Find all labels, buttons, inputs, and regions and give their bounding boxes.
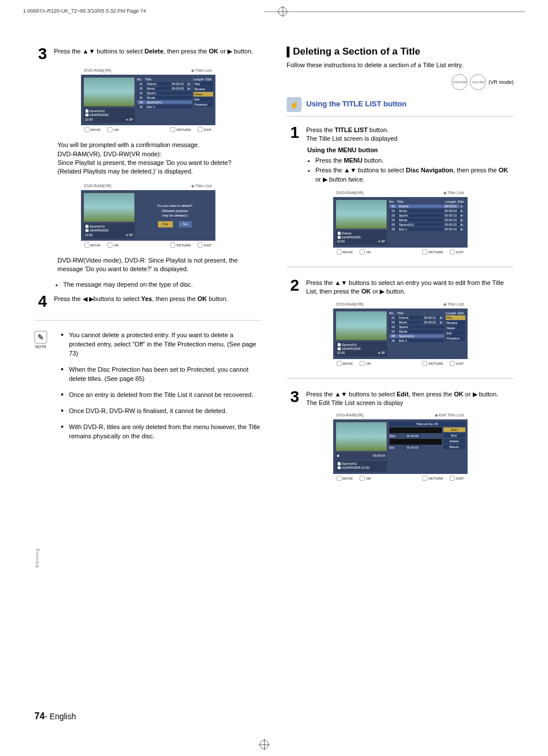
title-list-delete-screen: DVD-RAM(VR)◆ Title List 📄 Sports(A1) 🕐 1…	[81, 67, 215, 134]
preview-thumbnail	[83, 77, 135, 107]
right-column: Deleting a Section of a Title Follow the…	[287, 46, 514, 489]
section-heading: Deleting a Section of a Title	[287, 46, 514, 57]
right-step-1: 1 Press the TITLE LIST button. The Title…	[287, 125, 514, 143]
vr-mode-label: (VR mode)	[488, 79, 514, 85]
yes-button[interactable]: Yes	[158, 221, 173, 227]
subheading: Using the TITLE LIST button	[306, 99, 407, 108]
disc-type-note: The message may depend on the type of di…	[63, 280, 261, 290]
title-list-screen-1: DVD-RAM(VR)◆ Title List 📄 Drama 🕐 19/APR…	[333, 189, 468, 256]
note-icon: ✎NOTE	[34, 331, 47, 349]
registration-mark-icon	[278, 7, 287, 16]
registration-mark-bottom-icon	[260, 740, 269, 749]
step-number-3: 3	[34, 46, 51, 62]
note-list: You cannot delete a protected entry. If …	[61, 331, 261, 448]
using-menu-heading: Using the MENU button	[307, 146, 514, 153]
no-button[interactable]: No	[179, 221, 192, 227]
edit-title-list-screen: DVD-RAM(VR)◆ Edit Title List ▶00:00:00 📄…	[333, 411, 468, 482]
disc-mode-row: DVD-RAM DVD-RW (VR mode)	[287, 74, 514, 90]
right-step-3: 3 Press the ▲▼ buttons to select Edit, t…	[287, 389, 514, 407]
dvd-rw-chip-icon: DVD-RW	[470, 74, 486, 90]
step-4: 4 Press the ◀ ▶buttons to select Yes, th…	[34, 294, 261, 310]
step-3-body: You will be prompted with a confirmation…	[57, 141, 245, 176]
side-tab-label: Editing	[34, 548, 40, 568]
subheading-row: ☝ Using the TITLE LIST button	[287, 95, 514, 117]
step-3-text: Press the ▲▼ buttons to select Delete, t…	[54, 46, 261, 56]
page-footer: 74- English	[34, 711, 76, 722]
crop-line	[264, 11, 525, 12]
print-header-text: 1-00687A-R120-UK_72~88 3/10/05 5:32 PM P…	[23, 8, 146, 14]
section-intro: Follow these instructions to delete a se…	[287, 61, 514, 70]
page-content: Editing 3 Press the ▲▼ buttons to select…	[34, 46, 514, 722]
left-column: 3 Press the ▲▼ buttons to select Delete,…	[34, 46, 261, 489]
right-step-2: 2 Press the ▲▼ buttons to select an entr…	[287, 277, 514, 296]
dvd-ram-chip-icon: DVD-RAM	[451, 74, 468, 90]
print-header: 1-00687A-R120-UK_72~88 3/10/05 5:32 PM P…	[23, 8, 525, 14]
remote-button-icon: ☝	[287, 97, 302, 112]
step-3-body-cont: DVD-RW(Video mode), DVD-R: Since Playlis…	[57, 256, 245, 274]
step-number-4: 4	[34, 294, 51, 310]
confirm-delete-screen: DVD-RAM(VR)◆ Title List 📄 Sports(A1) 🕐 1…	[81, 182, 215, 249]
title-list-screen-2: DVD-RAM(VR)◆ Title List 📄 Sports(A1) 🕐 1…	[333, 300, 468, 368]
step-3: 3 Press the ▲▼ buttons to select Delete,…	[34, 46, 261, 62]
note-block: ✎NOTE You cannot delete a protected entr…	[34, 331, 261, 448]
step-4-text: Press the ◀ ▶buttons to select Yes, then…	[54, 294, 261, 303]
